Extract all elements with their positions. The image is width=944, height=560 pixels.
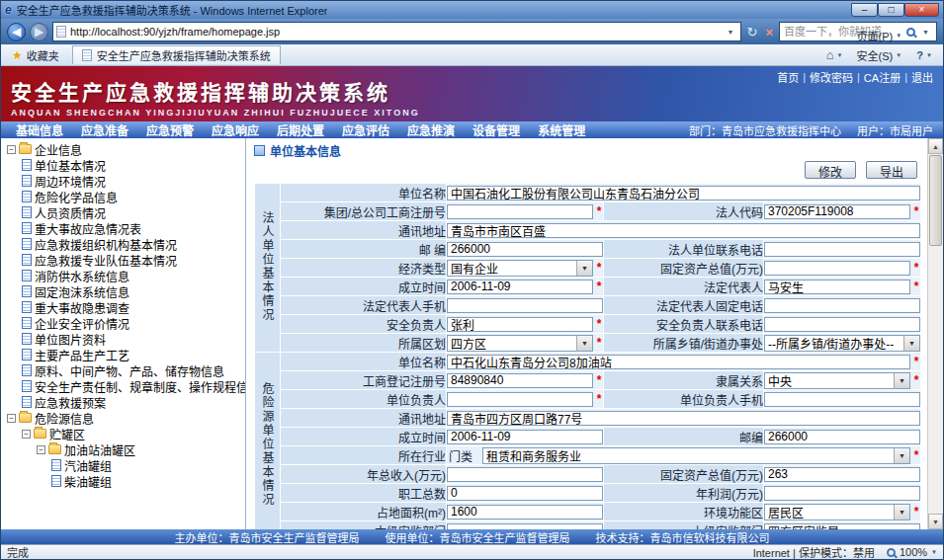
collapse-icon[interactable]: −: [7, 414, 16, 423]
hazard-postcode-input[interactable]: [764, 430, 920, 444]
tree-item[interactable]: 危险化学品信息: [3, 189, 245, 204]
nav-item-5[interactable]: 应急评估: [333, 121, 398, 138]
legal-person-code-input[interactable]: [764, 204, 910, 219]
collapse-icon[interactable]: −: [22, 430, 31, 439]
tree-item[interactable]: 重大事故隐患调查: [3, 299, 245, 315]
banner-link-0[interactable]: 首页: [777, 69, 799, 85]
legal-rep-phone-input[interactable]: [764, 298, 920, 313]
safety-officer-input[interactable]: [447, 317, 593, 332]
tree-item[interactable]: 人员资质情况: [3, 204, 245, 220]
tree-item[interactable]: 应急救援专业队伍基本情况: [3, 252, 245, 268]
collapse-icon[interactable]: −: [7, 145, 16, 154]
annual-profit-input[interactable]: [764, 486, 920, 501]
fixed-assets-input[interactable]: [764, 261, 910, 276]
collapse-icon[interactable]: −: [37, 445, 45, 454]
township-select[interactable]: --所属乡镇/街道办事处--▼: [764, 335, 920, 352]
refresh-icon[interactable]: ↻: [745, 26, 760, 39]
tree-item[interactable]: −企业信息: [3, 141, 245, 157]
tree-item[interactable]: 单位图片资料: [3, 331, 245, 347]
forward-button[interactable]: ▶: [30, 23, 48, 41]
scroll-down-icon[interactable]: ▼: [928, 514, 943, 529]
business-reg-no-input[interactable]: [447, 373, 593, 388]
close-button[interactable]: ×: [904, 3, 939, 17]
postcode-input[interactable]: [447, 242, 603, 257]
tree-item[interactable]: −加油站油罐区: [3, 441, 245, 457]
tree-item[interactable]: 主要产品生产工艺: [3, 347, 245, 362]
tree-item[interactable]: 消防供水系统信息: [3, 268, 245, 283]
zoom-control[interactable]: 100% ▼: [887, 546, 937, 558]
legal-unit-phone-input[interactable]: [764, 242, 920, 257]
back-button[interactable]: ◀: [7, 23, 26, 41]
tree-item[interactable]: 汽油罐组: [3, 457, 245, 473]
tree-item[interactable]: 固定泡沫系统信息: [3, 283, 245, 299]
modify-button[interactable]: 修改: [805, 161, 856, 179]
tree-item[interactable]: 周边环境情况: [3, 173, 245, 189]
tree-item-label: 危险源信息: [35, 410, 94, 426]
economic-type-select[interactable]: 国有企业▼: [447, 260, 593, 277]
browser-tab[interactable]: 安全生产应急救援指挥辅助决策系统: [72, 45, 281, 64]
nav-item-0[interactable]: 基础信息: [7, 121, 72, 138]
export-button[interactable]: 导出: [866, 161, 917, 179]
group-reg-no-input[interactable]: [447, 204, 593, 219]
vertical-scrollbar[interactable]: ▲ ▼: [927, 138, 943, 529]
minimize-button[interactable]: –: [851, 3, 878, 17]
maximize-button[interactable]: □: [878, 3, 904, 17]
tree-item[interactable]: 柴油罐组: [3, 473, 245, 489]
nav-item-7[interactable]: 设备管理: [464, 121, 529, 138]
nav-item-2[interactable]: 应急预警: [137, 121, 203, 138]
industry-category-select[interactable]: 租赁和商务服务业▼: [482, 447, 910, 464]
founding-date-input[interactable]: [447, 280, 593, 294]
nav-item-6[interactable]: 应急推演: [398, 121, 464, 138]
hazard-unit-name-input[interactable]: [447, 355, 910, 369]
hazard-fixed-assets-input[interactable]: [764, 467, 920, 482]
form-row: 经济类型国有企业▼*固定资产总值(万元)*: [255, 259, 921, 278]
banner-link-2[interactable]: CA注册: [864, 69, 901, 85]
legal-representative-input[interactable]: [764, 280, 910, 294]
home-button[interactable]: ⌂ ▼: [820, 45, 849, 64]
command-menu-1[interactable]: 安全(S)▼: [850, 45, 908, 65]
tree-item[interactable]: 原料、中间产物、产品、储存物信息: [3, 362, 245, 378]
safety-officer-phone-input[interactable]: [764, 317, 920, 332]
legal-rep-mobile-input[interactable]: [447, 298, 603, 313]
search-icon[interactable]: [906, 28, 915, 37]
help-button[interactable]: ? ▼: [910, 47, 938, 63]
nav-item-3[interactable]: 应急响应: [203, 121, 268, 138]
district-select[interactable]: 四方区▼: [447, 335, 593, 352]
tree-item-label: 企业信息: [35, 141, 82, 157]
form-row: 所在行业门类租赁和商务服务业▼*: [255, 446, 921, 465]
tree-item[interactable]: 重大事故应急情况表: [3, 220, 245, 236]
unit-head-mobile-input[interactable]: [764, 392, 920, 407]
scrollbar-thumb[interactable]: [929, 155, 942, 246]
favorites-button[interactable]: ★ 收藏夹: [6, 46, 65, 64]
tree-item[interactable]: 应急救援预案: [3, 394, 245, 410]
annual-income-input[interactable]: [447, 467, 603, 482]
command-menu-0[interactable]: 页面(P)▼: [850, 26, 908, 45]
nav-item-8[interactable]: 系统管理: [529, 121, 594, 138]
tree-item[interactable]: 应急救援组织机构基本情况: [3, 236, 245, 252]
tree-item[interactable]: 安全生产责任制、规章制度、操作规程信息: [3, 378, 245, 394]
affiliation-select[interactable]: 中央▼: [764, 372, 910, 389]
tree-item[interactable]: 企业安全评价情况: [3, 315, 245, 331]
nav-item-1[interactable]: 应急准备: [72, 121, 137, 138]
unit-head-input[interactable]: [447, 392, 593, 407]
unit-name-input[interactable]: [447, 186, 920, 200]
field-label: 法定代表人手机: [281, 296, 447, 315]
tree-item-label: 企业安全评价情况: [35, 315, 129, 331]
banner-link-1[interactable]: 修改密码: [810, 69, 853, 85]
hazard-founding-date-input[interactable]: [447, 430, 603, 444]
tree-item[interactable]: −危险源信息: [3, 410, 245, 426]
url-input[interactable]: [70, 26, 721, 38]
link-separator: |: [904, 71, 907, 83]
env-zone-select[interactable]: 居民区▼: [764, 504, 910, 520]
tree-item[interactable]: −贮罐区: [3, 426, 245, 441]
land-area-input[interactable]: [447, 505, 603, 520]
employee-count-input[interactable]: [447, 486, 603, 501]
banner-link-3[interactable]: 退出: [911, 69, 933, 85]
nav-item-4[interactable]: 后期处置: [268, 121, 333, 138]
address-dropdown-icon[interactable]: ▼: [725, 29, 737, 36]
address-input[interactable]: [447, 223, 920, 238]
stop-icon[interactable]: ×: [763, 26, 775, 39]
scroll-up-icon[interactable]: ▲: [928, 138, 943, 154]
tree-item[interactable]: 单位基本情况: [3, 157, 245, 173]
hazard-address-input[interactable]: [447, 411, 920, 426]
